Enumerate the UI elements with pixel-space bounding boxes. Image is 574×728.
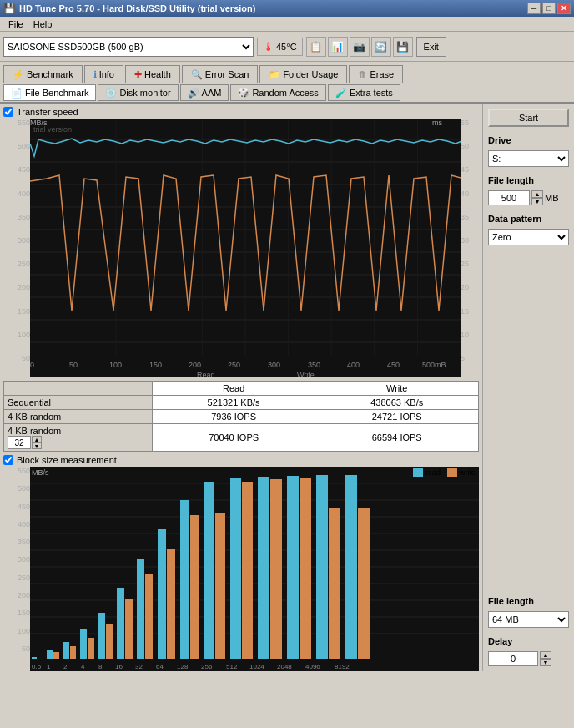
temperature-display: 🌡 45°C bbox=[257, 38, 303, 56]
delay-label: Delay bbox=[488, 636, 569, 646]
data-pattern-label: Data pattern bbox=[488, 214, 569, 224]
svg-text:200: 200 bbox=[189, 361, 201, 369]
y-axis-left: 550 500 450 400 350 300 250 200 150 100 … bbox=[3, 119, 30, 377]
drive-select[interactable]: SAIOSONE SSD500GB (500 gB) bbox=[3, 37, 254, 57]
tab-aam[interactable]: 🔊 AAM bbox=[180, 84, 229, 101]
block-size-title: Block size measurement bbox=[3, 455, 479, 465]
svg-rect-56 bbox=[158, 529, 166, 659]
sequential-label: Sequential bbox=[4, 396, 153, 410]
watermark: trial version bbox=[33, 125, 72, 134]
title-bar-text: HD Tune Pro 5.70 - Hard Disk/SSD Utility… bbox=[19, 3, 527, 13]
main-content: Transfer speed 550 500 450 400 350 300 2… bbox=[0, 104, 574, 671]
tabs-row2: 📄 File Benchmark 💿 Disk monitor 🔊 AAM 🎲 … bbox=[0, 83, 574, 104]
svg-text:150: 150 bbox=[149, 361, 162, 369]
svg-text:512: 512 bbox=[226, 663, 238, 670]
toolbar-icon-1[interactable]: 📋 bbox=[306, 37, 326, 57]
transfer-speed-title: Transfer speed bbox=[3, 107, 479, 117]
delay-input[interactable] bbox=[488, 651, 538, 666]
tab-extra-tests[interactable]: 🧪 Extra tests bbox=[328, 84, 400, 101]
block-mbs-label: MB/s bbox=[32, 468, 49, 477]
svg-text:16: 16 bbox=[115, 663, 123, 670]
tab-erase[interactable]: 🗑 Erase bbox=[349, 65, 403, 83]
y-axis-right: 55 50 45 40 35 30 25 20 15 10 5 bbox=[461, 119, 479, 377]
tab-health[interactable]: ✚ Health bbox=[125, 65, 180, 83]
4kb-random32-read: 70040 IOPS bbox=[152, 424, 315, 452]
file-length-input-row: ▲ ▼ MB bbox=[488, 190, 569, 205]
tab-random-access[interactable]: 🎲 Random Access bbox=[230, 84, 325, 101]
4kb-random32-write: 66594 IOPS bbox=[315, 424, 479, 452]
benchmark-icon: ⚡ bbox=[13, 69, 24, 80]
svg-rect-54 bbox=[137, 559, 144, 659]
drive-dropdown[interactable]: S: bbox=[488, 150, 569, 167]
tab-folder-usage[interactable]: 📁 Folder Usage bbox=[259, 65, 347, 83]
folder-icon: 📁 bbox=[269, 69, 280, 80]
queue-depth-spinbox: ▲ ▼ bbox=[8, 436, 149, 449]
erase-icon: 🗑 bbox=[358, 69, 367, 79]
svg-text:500mB: 500mB bbox=[422, 361, 446, 369]
svg-rect-50 bbox=[98, 613, 105, 659]
svg-text:256: 256 bbox=[201, 663, 213, 670]
svg-rect-70 bbox=[345, 475, 357, 659]
tab-file-benchmark[interactable]: 📄 File Benchmark bbox=[3, 84, 96, 101]
file-benchmark-icon: 📄 bbox=[11, 88, 23, 99]
svg-text:64: 64 bbox=[156, 663, 164, 670]
right-panel: Start Drive S: File length ▲ ▼ MB Data p… bbox=[482, 104, 574, 671]
svg-text:8: 8 bbox=[98, 663, 103, 670]
delay-up[interactable]: ▲ bbox=[540, 651, 551, 659]
svg-rect-58 bbox=[180, 500, 189, 659]
svg-text:400: 400 bbox=[347, 361, 360, 369]
svg-rect-53 bbox=[125, 599, 133, 659]
data-pattern-select[interactable]: Zero bbox=[488, 229, 569, 245]
menu-file[interactable]: File bbox=[3, 18, 28, 31]
tab-info[interactable]: ℹ Info bbox=[84, 65, 123, 83]
svg-text:350: 350 bbox=[308, 361, 320, 369]
svg-rect-64 bbox=[258, 477, 269, 659]
table-row: Sequential 521321 KB/s 438063 KB/s bbox=[4, 396, 479, 410]
health-icon: ✚ bbox=[134, 69, 142, 80]
svg-rect-68 bbox=[316, 475, 328, 659]
toolbar-icon-4[interactable]: 🔄 bbox=[371, 37, 391, 57]
stats-table: Read Write Sequential 521321 KB/s 438063… bbox=[3, 381, 479, 452]
svg-rect-46 bbox=[63, 642, 69, 659]
svg-rect-51 bbox=[106, 624, 113, 659]
svg-rect-61 bbox=[215, 513, 225, 659]
toolbar-icon-5[interactable]: 💾 bbox=[393, 37, 413, 57]
block-y-axis-left: 550 500 450 400 350 300 250 200 150 100 … bbox=[3, 467, 30, 671]
toolbar-icon-2[interactable]: 📊 bbox=[328, 37, 348, 57]
block-size-checkbox[interactable] bbox=[3, 455, 13, 465]
svg-rect-66 bbox=[287, 476, 299, 659]
menu-help[interactable]: Help bbox=[28, 18, 58, 31]
file-length-up[interactable]: ▲ bbox=[531, 190, 543, 198]
tab-error-scan[interactable]: 🔍 Error Scan bbox=[182, 65, 259, 83]
ms-label: ms bbox=[432, 119, 442, 127]
drive-label: Drive bbox=[488, 135, 569, 145]
transfer-speed-checkbox[interactable] bbox=[3, 107, 13, 117]
spacer bbox=[488, 250, 569, 588]
minimize-button[interactable]: ─ bbox=[527, 3, 541, 14]
file-length-down[interactable]: ▼ bbox=[531, 198, 543, 205]
queue-depth-down[interactable]: ▼ bbox=[32, 442, 42, 449]
file-length-select2[interactable]: 64 MB bbox=[488, 611, 569, 628]
svg-rect-42 bbox=[32, 657, 37, 659]
exit-button[interactable]: Exit bbox=[416, 37, 446, 57]
tab-disk-monitor[interactable]: 💿 Disk monitor bbox=[98, 84, 178, 101]
svg-rect-59 bbox=[190, 515, 199, 659]
close-button[interactable]: ✕ bbox=[557, 3, 571, 14]
svg-rect-62 bbox=[230, 478, 241, 659]
toolbar-icon-3[interactable]: 📷 bbox=[350, 37, 370, 57]
file-length-input[interactable] bbox=[488, 190, 530, 205]
queue-depth-up[interactable]: ▲ bbox=[32, 436, 42, 442]
delay-down[interactable]: ▼ bbox=[540, 659, 551, 666]
maximize-button[interactable]: □ bbox=[542, 3, 556, 14]
svg-text:4: 4 bbox=[81, 663, 85, 670]
svg-text:1: 1 bbox=[47, 663, 51, 670]
svg-rect-69 bbox=[329, 508, 340, 659]
queue-depth-input[interactable] bbox=[8, 436, 31, 449]
svg-text:4096: 4096 bbox=[305, 663, 320, 670]
block-chart-container: Block size measurement 550 500 450 400 3… bbox=[3, 455, 479, 671]
tab-benchmark[interactable]: ⚡ Benchmark bbox=[3, 65, 83, 83]
start-button[interactable]: Start bbox=[488, 109, 569, 127]
svg-rect-60 bbox=[204, 482, 214, 659]
svg-rect-49 bbox=[88, 638, 94, 659]
error-scan-icon: 🔍 bbox=[191, 69, 203, 80]
